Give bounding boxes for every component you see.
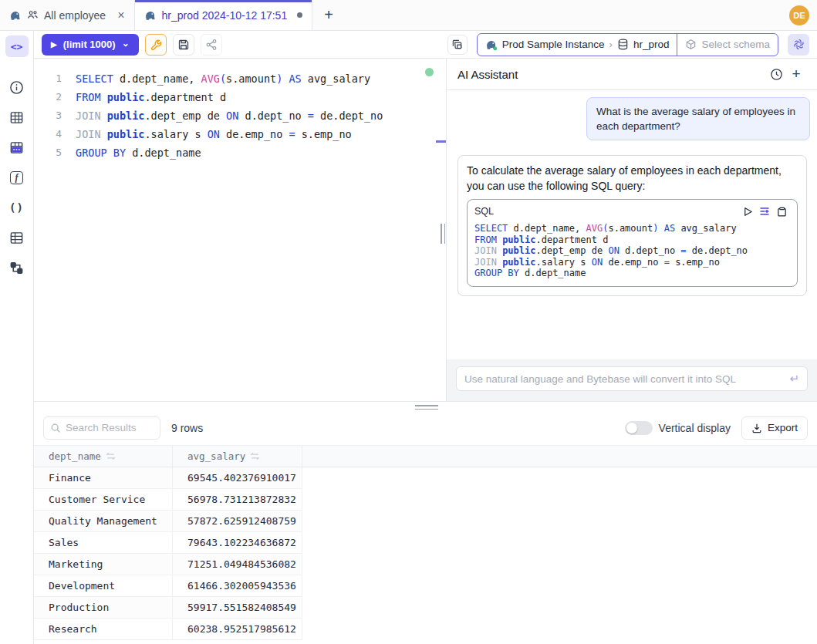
sort-icon [250, 452, 260, 460]
editor-code-line[interactable]: 3JOIN public.dept_emp de ON d.dept_no = … [34, 106, 446, 125]
user-message: What is the average salary of employees … [586, 97, 810, 140]
cell-avg-salary[interactable]: 71251.049484536082 [173, 554, 302, 575]
ai-code-line: GROUP BY d.dept_name [474, 268, 790, 279]
admin-wrench-button[interactable] [145, 34, 167, 56]
cell-dept-name[interactable]: Development [34, 575, 173, 597]
editor-code-line[interactable]: 4JOIN public.salary s ON de.emp_no = s.e… [34, 125, 446, 143]
postgres-icon [485, 39, 498, 51]
scrollbar-indicator[interactable] [436, 140, 446, 143]
cell-dept-name[interactable]: Research [34, 619, 173, 640]
left-rail: <> f () [0, 31, 34, 644]
sql-editor[interactable]: 1SELECT d.dept_name, AVG(s.amount) AS av… [34, 59, 446, 401]
select-schema-button[interactable]: Select schema [677, 34, 778, 56]
vertical-display-toggle[interactable] [625, 421, 653, 435]
cell-dept-name[interactable]: Customer Service [34, 489, 173, 511]
horizontal-splitter[interactable] [34, 401, 817, 410]
cell-avg-salary[interactable]: 57872.625912408759 [173, 511, 302, 532]
editor-code-line[interactable]: 5GROUP BY d.dept_name [34, 143, 446, 162]
ai-assistant-title: AI Assistant [457, 68, 518, 81]
insert-into-editor-icon[interactable] [756, 204, 773, 219]
cell-avg-salary[interactable]: 60238.952517985612 [173, 619, 302, 640]
tables-icon[interactable] [5, 106, 29, 129]
play-icon: ▶ [51, 40, 57, 49]
sql-code-block: SELECT d.dept_name, AVG(s.amount) AS avg… [474, 223, 790, 279]
vertical-display-label: Vertical display [659, 422, 731, 434]
splitter-drag-handle[interactable] [415, 405, 438, 412]
tab-label: hr_prod 2024-10-12 17:51 [162, 9, 288, 22]
openai-assistant-button[interactable] [788, 34, 809, 56]
parentheses-icon[interactable]: () [5, 196, 29, 219]
tab-label: All employee [44, 9, 106, 22]
table-detail-icon[interactable] [5, 226, 29, 249]
search-icon [50, 423, 61, 433]
table-row[interactable]: Finance69545.402376910017 [34, 467, 817, 489]
table-row[interactable]: Customer Service56978.731213872832 [34, 489, 817, 511]
sql-editor-code-button[interactable]: <> [5, 35, 29, 57]
search-results-box[interactable] [43, 416, 160, 440]
cell-dept-name[interactable]: Marketing [34, 554, 173, 575]
info-icon[interactable] [5, 76, 29, 99]
column-header-avg-salary[interactable]: avg_salary [173, 446, 302, 467]
database-icon [617, 39, 629, 50]
save-icon [177, 39, 190, 51]
share-icon [205, 39, 218, 51]
mock-data-icon[interactable] [5, 136, 29, 159]
export-button[interactable]: Export [741, 416, 808, 440]
table-row[interactable]: Sales79643.102234636872 [34, 532, 817, 554]
close-icon[interactable]: × [117, 8, 124, 22]
tab-bar: All employee × hr_prod 2024-10-12 17:51 … [0, 0, 817, 31]
cell-dept-name[interactable]: Sales [34, 532, 173, 554]
return-key-icon: ↵ [789, 372, 799, 386]
cell-dept-name[interactable]: Finance [34, 467, 173, 489]
vertical-resize-handle[interactable] [441, 224, 445, 244]
cell-avg-salary[interactable]: 79643.102234636872 [173, 532, 302, 554]
cell-dept-name[interactable]: Production [34, 597, 173, 619]
copy-icon[interactable] [773, 204, 790, 219]
editor-code-line[interactable]: 2FROM public.department d [34, 88, 446, 106]
function-icon[interactable]: f [5, 166, 29, 189]
table-row[interactable]: Research60238.952517985612 [34, 619, 817, 640]
code-language-label: SQL [474, 204, 494, 219]
column-header-dept-name[interactable]: dept_name [34, 446, 173, 467]
cell-avg-salary[interactable]: 59917.551582408549 [173, 597, 302, 619]
new-chat-plus-icon[interactable]: + [786, 64, 806, 84]
ai-assistant-panel: AI Assistant + What is the average salar… [446, 59, 817, 401]
cell-dept-name[interactable]: Quality Management [34, 511, 173, 532]
editor-code-line[interactable]: 1SELECT d.dept_name, AVG(s.amount) AS av… [34, 69, 446, 88]
connection-status-dot [425, 68, 434, 76]
new-tab-button[interactable]: + [312, 0, 345, 30]
run-label: (limit 1000) [63, 39, 116, 50]
schema-cube-icon [685, 39, 697, 50]
search-results-input[interactable] [66, 422, 154, 433]
sql-code-card: SQL [467, 199, 798, 287]
ai-chat-messages: What is the average salary of employees … [447, 90, 817, 359]
avatar[interactable]: DE [789, 5, 809, 25]
ai-assistant-header: AI Assistant + [447, 59, 817, 90]
connection-chip: Prod Sample Instance › hr_prod Select sc… [477, 33, 778, 56]
postgres-icon [9, 9, 22, 22]
ai-code-line: JOIN public.dept_emp de ON d.dept_no = d… [474, 245, 790, 257]
run-code-icon[interactable] [739, 204, 756, 219]
cell-avg-salary[interactable]: 56978.731213872832 [173, 489, 302, 511]
table-row[interactable]: Development61466.302005943536 [34, 575, 817, 597]
ai-prompt-input[interactable] [464, 373, 789, 385]
table-row[interactable]: Quality Management57872.625912408759 [34, 511, 817, 532]
save-button[interactable] [173, 34, 194, 56]
ai-input-footer: ↵ [447, 359, 817, 401]
cell-avg-salary[interactable]: 69545.402376910017 [173, 467, 302, 489]
wrench-icon [150, 39, 162, 51]
tab-hr-prod[interactable]: hr_prod 2024-10-12 17:51 [135, 0, 313, 30]
format-sql-button[interactable] [447, 35, 468, 55]
cell-avg-salary[interactable]: 61466.302005943536 [173, 575, 302, 597]
share-button[interactable] [201, 34, 222, 56]
table-row[interactable]: Production59917.551582408549 [34, 597, 817, 619]
connection-instance[interactable]: Prod Sample Instance › hr_prod [478, 34, 677, 56]
history-clock-icon[interactable] [766, 64, 786, 84]
tab-all-employee[interactable]: All employee × [0, 0, 135, 30]
table-row[interactable]: Marketing71251.049484536082 [34, 554, 817, 575]
format-icon [451, 39, 463, 50]
run-query-button[interactable]: ▶ (limit 1000) ⌄ [42, 34, 139, 56]
schema-diagram-icon[interactable] [5, 256, 29, 279]
results-table: dept_name avg_salary Finance69545.402376… [34, 445, 817, 644]
table-header-row: dept_name avg_salary [34, 445, 817, 467]
